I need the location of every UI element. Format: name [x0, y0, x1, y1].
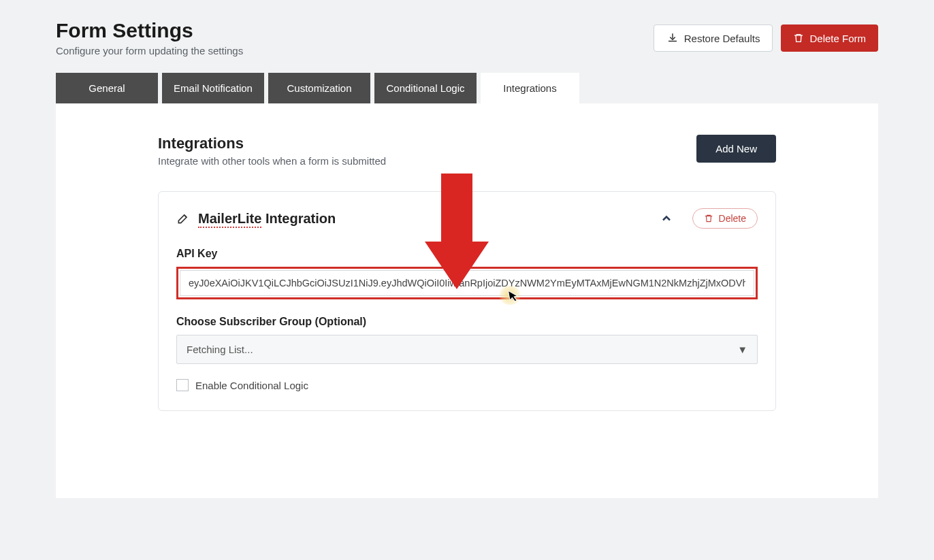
- conditional-logic-label: Enable Conditional Logic: [195, 380, 308, 391]
- subscriber-group-label: Choose Subscriber Group (Optional): [176, 316, 758, 328]
- page-title: Form Settings: [56, 19, 243, 42]
- delete-form-button[interactable]: Delete Form: [781, 24, 878, 52]
- dropdown-icon: ▼: [737, 344, 747, 355]
- tabs: General Email Notification Customization…: [56, 73, 878, 103]
- trash-icon: [793, 33, 804, 44]
- restore-icon: [666, 32, 679, 44]
- conditional-logic-checkbox[interactable]: [176, 379, 189, 391]
- add-new-button[interactable]: Add New: [696, 135, 776, 163]
- page-subtitle: Configure your form updating the setting…: [56, 45, 243, 56]
- tab-customization[interactable]: Customization: [268, 73, 370, 103]
- cursor-icon: [507, 289, 520, 303]
- chevron-up-icon: [660, 212, 673, 225]
- section-title: Integrations: [158, 135, 386, 152]
- integration-service-name: MailerLite: [198, 211, 261, 228]
- integration-name[interactable]: MailerLite Integration: [176, 211, 336, 227]
- tab-email-notification[interactable]: Email Notification: [162, 73, 264, 103]
- restore-label: Restore Defaults: [684, 33, 760, 44]
- delete-form-label: Delete Form: [809, 33, 866, 44]
- tab-conditional-logic[interactable]: Conditional Logic: [374, 73, 477, 103]
- subscriber-group-value: Fetching List...: [187, 344, 253, 355]
- integration-title-suffix: Integration: [261, 211, 336, 226]
- collapse-toggle[interactable]: [660, 212, 673, 225]
- annotation-arrow: [441, 174, 489, 289]
- trash-icon: [704, 214, 713, 223]
- restore-defaults-button[interactable]: Restore Defaults: [654, 24, 773, 52]
- section-subtitle: Integrate with other tools when a form i…: [158, 155, 386, 167]
- delete-integration-button[interactable]: Delete: [692, 208, 758, 229]
- subscriber-group-select[interactable]: Fetching List... ▼: [176, 335, 758, 364]
- delete-integration-label: Delete: [719, 213, 746, 224]
- tab-general[interactable]: General: [56, 73, 158, 103]
- edit-icon[interactable]: [176, 212, 190, 225]
- tab-integrations[interactable]: Integrations: [481, 73, 579, 103]
